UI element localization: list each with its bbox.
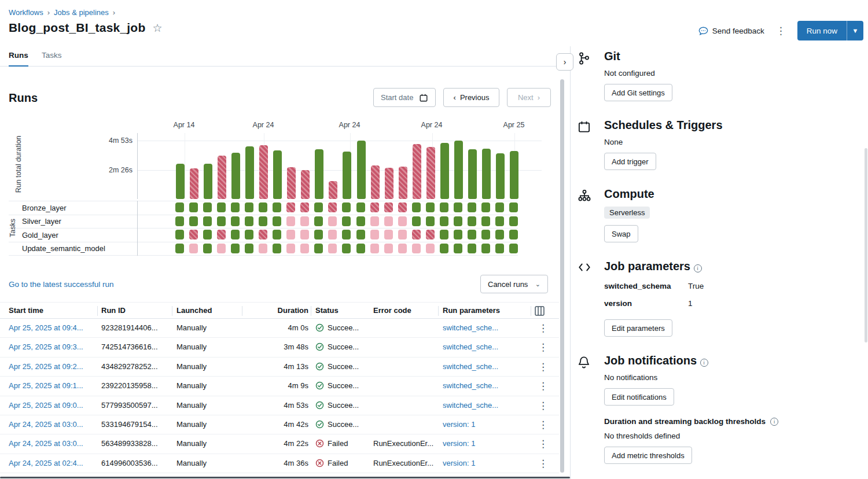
- cell-start_time[interactable]: Apr 25, 2025 at 09:4...: [9, 323, 94, 332]
- cell-run_parameters[interactable]: version: 1: [443, 439, 531, 448]
- task-cell[interactable]: [495, 202, 504, 212]
- cell-start_time[interactable]: Apr 25, 2025 at 09:0...: [9, 401, 94, 410]
- next-button[interactable]: Next ›: [507, 88, 551, 107]
- task-cell[interactable]: [356, 202, 365, 212]
- task-cell[interactable]: [509, 230, 518, 240]
- task-cell[interactable]: [398, 230, 407, 240]
- task-cell[interactable]: [509, 244, 518, 253]
- compute-serverless-badge[interactable]: Serverless: [604, 207, 650, 219]
- add-git-settings-button[interactable]: Add Git settings: [604, 84, 672, 101]
- task-cell[interactable]: [370, 202, 379, 212]
- task-cell[interactable]: [412, 230, 421, 240]
- task-cell[interactable]: [481, 230, 490, 240]
- run-bar[interactable]: [218, 156, 226, 199]
- run-bar[interactable]: [357, 141, 366, 199]
- run-bar[interactable]: [496, 153, 505, 199]
- task-cell[interactable]: [440, 230, 448, 240]
- add-metric-thresholds-button[interactable]: Add metric thresholds: [604, 447, 692, 464]
- task-cell[interactable]: [259, 230, 267, 240]
- run-bar[interactable]: [510, 151, 518, 199]
- favorite-star-icon[interactable]: ☆: [152, 23, 162, 34]
- task-cell[interactable]: [495, 244, 504, 253]
- job-parameters-info-icon[interactable]: i: [694, 264, 702, 272]
- task-cell[interactable]: [454, 230, 462, 240]
- cell-run_parameters[interactable]: switched_sche...: [443, 323, 531, 332]
- run-bar[interactable]: [385, 168, 393, 199]
- row-overflow-menu[interactable]: ⋮: [535, 419, 549, 431]
- column-resize-handle[interactable]: [531, 306, 531, 316]
- row-overflow-menu[interactable]: ⋮: [535, 341, 549, 353]
- run-bar[interactable]: [482, 149, 491, 199]
- task-cell[interactable]: [468, 230, 476, 240]
- task-cell[interactable]: [217, 202, 226, 212]
- task-cell[interactable]: [468, 216, 476, 226]
- task-cell[interactable]: [426, 230, 435, 240]
- run-bar[interactable]: [287, 167, 296, 199]
- run-bar[interactable]: [315, 149, 323, 199]
- task-cell[interactable]: [412, 244, 421, 253]
- cancel-runs-button[interactable]: Cancel runs ⌄: [480, 275, 548, 293]
- task-cell[interactable]: [189, 216, 198, 226]
- task-cell[interactable]: [314, 202, 323, 212]
- task-cell[interactable]: [440, 202, 448, 212]
- task-cell[interactable]: [286, 216, 295, 226]
- task-cell[interactable]: [468, 244, 476, 253]
- task-cell[interactable]: [286, 202, 295, 212]
- task-cell[interactable]: [398, 216, 407, 226]
- run-bar[interactable]: [399, 167, 407, 199]
- task-cell[interactable]: [273, 230, 281, 240]
- task-cell[interactable]: [259, 216, 267, 226]
- tab-tasks[interactable]: Tasks: [42, 51, 62, 65]
- task-cell[interactable]: [454, 202, 462, 212]
- task-cell[interactable]: [342, 216, 351, 226]
- task-cell[interactable]: [356, 216, 365, 226]
- task-cell[interactable]: [426, 244, 435, 253]
- run-bar[interactable]: [176, 164, 185, 199]
- task-cell[interactable]: [384, 202, 393, 212]
- task-cell[interactable]: [273, 216, 281, 226]
- task-cell[interactable]: [412, 216, 421, 226]
- row-overflow-menu[interactable]: ⋮: [535, 361, 549, 373]
- column-resize-handle[interactable]: [172, 306, 172, 316]
- task-cell[interactable]: [203, 230, 212, 240]
- sidebar-collapse-button[interactable]: ›: [556, 53, 573, 71]
- task-cell[interactable]: [203, 216, 212, 226]
- task-cell[interactable]: [342, 230, 351, 240]
- row-overflow-menu[interactable]: ⋮: [535, 458, 549, 470]
- task-cell[interactable]: [398, 202, 407, 212]
- start-date-picker[interactable]: Start date: [373, 88, 436, 107]
- task-cell[interactable]: [384, 230, 393, 240]
- task-cell[interactable]: [231, 244, 240, 253]
- run-bar[interactable]: [371, 165, 380, 199]
- column-resize-handle[interactable]: [242, 306, 242, 316]
- column-header-run_parameters[interactable]: Run parameters: [443, 306, 531, 315]
- job-notifications-info-icon[interactable]: i: [700, 359, 708, 367]
- run-bar[interactable]: [273, 150, 282, 199]
- column-resize-handle[interactable]: [438, 306, 439, 316]
- task-cell[interactable]: [481, 202, 490, 212]
- task-cell[interactable]: [259, 244, 267, 253]
- task-cell[interactable]: [231, 216, 240, 226]
- task-cell[interactable]: [231, 202, 240, 212]
- run-now-button[interactable]: Run now: [797, 21, 847, 40]
- task-cell[interactable]: [273, 202, 281, 212]
- cell-start_time[interactable]: Apr 24, 2025 at 03:0...: [9, 420, 94, 429]
- run-bar[interactable]: [413, 144, 421, 199]
- task-cell[interactable]: [328, 202, 337, 212]
- task-cell[interactable]: [495, 230, 504, 240]
- task-cell[interactable]: [356, 244, 365, 253]
- task-cell[interactable]: [175, 202, 184, 212]
- run-bar[interactable]: [245, 146, 254, 199]
- task-cell[interactable]: [217, 216, 226, 226]
- cell-start_time[interactable]: Apr 24, 2025 at 03:0...: [9, 439, 94, 448]
- row-overflow-menu[interactable]: ⋮: [535, 400, 549, 412]
- column-header-error_code[interactable]: Error code: [373, 306, 440, 315]
- task-cell[interactable]: [370, 230, 379, 240]
- column-resize-handle[interactable]: [311, 306, 311, 316]
- task-cell[interactable]: [245, 202, 253, 212]
- cell-run_parameters[interactable]: version: 1: [443, 459, 531, 467]
- task-cell[interactable]: [440, 244, 448, 253]
- task-cell[interactable]: [189, 244, 198, 253]
- row-overflow-menu[interactable]: ⋮: [535, 438, 549, 450]
- task-cell[interactable]: [328, 244, 337, 253]
